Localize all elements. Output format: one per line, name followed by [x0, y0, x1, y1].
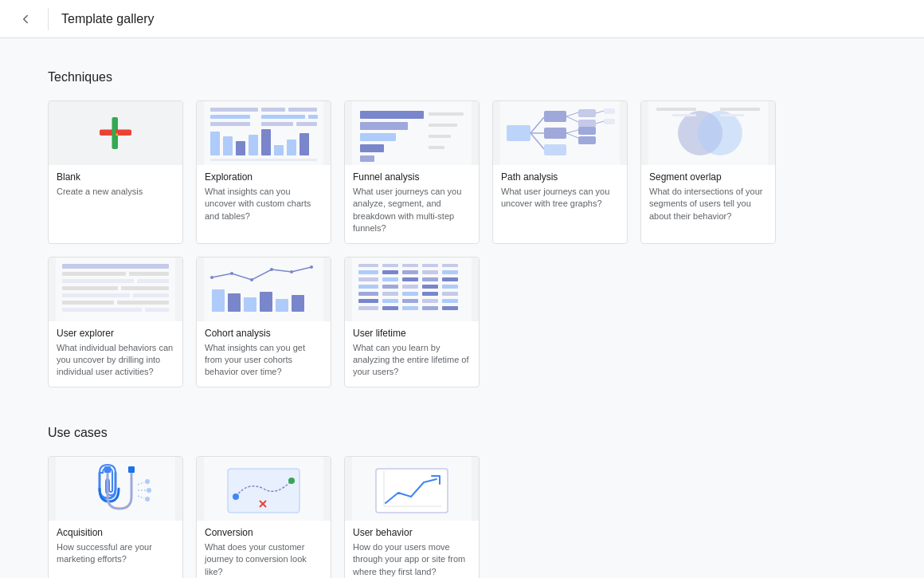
funnel-svg	[352, 101, 472, 165]
svg-point-75	[210, 276, 213, 279]
card-info-funnel: Funnel analysis What user journeys can y…	[345, 165, 479, 243]
card-desc-cohort: What insights can you get from your user…	[205, 342, 323, 379]
blank-plus-icon	[100, 117, 131, 149]
card-cohort[interactable]: Cohort analysis What insights can you ge…	[196, 257, 331, 387]
svg-point-129	[145, 479, 150, 484]
svg-rect-57	[720, 108, 760, 111]
svg-rect-69	[133, 293, 169, 297]
svg-rect-31	[429, 135, 451, 138]
card-info-user-explorer: User explorer What individual behaviors …	[49, 321, 182, 387]
svg-rect-27	[360, 144, 384, 152]
svg-rect-40	[544, 144, 566, 155]
svg-rect-114	[382, 299, 398, 303]
svg-rect-58	[672, 114, 696, 116]
card-user-explorer[interactable]: User explorer What individual behaviors …	[48, 257, 183, 387]
svg-rect-73	[145, 308, 169, 312]
svg-point-131	[145, 497, 150, 501]
card-info-conversion: Conversion What does your customer journ…	[197, 521, 331, 578]
card-desc-conversion: What does your customer journey to conve…	[205, 541, 323, 578]
svg-rect-32	[429, 146, 444, 149]
svg-rect-47	[578, 127, 596, 135]
use-cases-grid: Acquisition How successful are your mark…	[48, 456, 876, 578]
card-thumb-segment	[641, 101, 775, 165]
card-exploration[interactable]: Exploration What insights can you uncove…	[196, 100, 331, 244]
svg-rect-113	[358, 299, 378, 303]
svg-rect-13	[296, 122, 317, 126]
svg-point-79	[290, 270, 293, 273]
card-path[interactable]: Path analysis What user journeys can you…	[492, 100, 628, 244]
svg-rect-65	[137, 279, 169, 283]
svg-point-77	[250, 278, 253, 281]
card-acquisition[interactable]: Acquisition How successful are your mark…	[48, 456, 183, 578]
svg-rect-86	[292, 295, 304, 312]
conversion-svg	[204, 457, 323, 521]
svg-rect-64	[62, 279, 134, 283]
svg-rect-101	[422, 277, 438, 281]
svg-rect-68	[62, 293, 130, 297]
svg-rect-108	[358, 292, 378, 296]
card-name-cohort: Cohort analysis	[205, 328, 323, 339]
card-name-path: Path analysis	[501, 171, 619, 183]
card-thumb-blank	[49, 101, 182, 165]
main-content: Techniques	[0, 38, 924, 578]
user-lifetime-svg	[352, 258, 472, 321]
techniques-grid: Blank Create a new analysis	[48, 100, 876, 387]
card-name-funnel: Funnel analysis	[353, 171, 471, 183]
svg-rect-107	[442, 285, 458, 289]
card-blank[interactable]: Blank Create a new analysis	[48, 100, 183, 244]
svg-rect-109	[382, 292, 398, 296]
svg-rect-6	[261, 108, 285, 112]
card-thumb-path	[493, 101, 627, 165]
svg-rect-15	[223, 136, 233, 155]
svg-rect-93	[358, 270, 378, 274]
svg-rect-83	[244, 297, 256, 312]
svg-rect-105	[402, 285, 418, 289]
svg-rect-82	[228, 293, 241, 312]
card-desc-user-behavior: How do your users move through your app …	[353, 541, 471, 578]
svg-rect-90	[402, 264, 418, 267]
svg-point-134	[233, 493, 239, 500]
svg-rect-12	[261, 122, 293, 126]
card-segment[interactable]: Segment overlap What do intersections of…	[640, 100, 776, 244]
svg-rect-71	[117, 301, 169, 305]
card-desc-blank: Create a new analysis	[57, 186, 174, 198]
svg-rect-61	[62, 264, 169, 269]
svg-point-135	[288, 478, 295, 484]
card-info-path: Path analysis What user journeys can you…	[493, 165, 627, 218]
use-cases-title: Use cases	[48, 426, 876, 440]
techniques-section: Techniques	[48, 70, 876, 387]
svg-rect-119	[382, 306, 398, 310]
card-thumb-user-lifetime	[345, 258, 479, 321]
card-info-segment: Segment overlap What do intersections of…	[641, 165, 775, 230]
svg-rect-45	[578, 109, 596, 117]
svg-rect-30	[429, 124, 457, 127]
svg-rect-106	[422, 285, 438, 289]
techniques-title: Techniques	[48, 70, 876, 85]
svg-rect-67	[121, 286, 169, 290]
back-button[interactable]	[13, 6, 38, 32]
cohort-svg	[204, 258, 323, 321]
svg-rect-22	[210, 159, 317, 161]
card-funnel[interactable]: Funnel analysis What user journeys can y…	[344, 100, 480, 244]
card-user-behavior[interactable]: User behavior How do your users move thr…	[344, 456, 480, 578]
card-name-user-explorer: User explorer	[57, 328, 174, 339]
card-name-user-behavior: User behavior	[353, 527, 471, 538]
svg-rect-124	[104, 466, 111, 473]
svg-rect-56	[656, 108, 696, 111]
card-thumb-funnel	[345, 101, 479, 165]
svg-rect-51	[604, 108, 615, 114]
svg-rect-72	[62, 308, 142, 312]
card-conversion[interactable]: Conversion What does your customer journ…	[196, 456, 331, 578]
card-user-lifetime[interactable]: User lifetime What can you learn by anal…	[344, 257, 480, 387]
svg-rect-39	[544, 128, 566, 139]
svg-rect-59	[720, 114, 744, 116]
user-explorer-svg	[56, 258, 175, 321]
svg-rect-120	[402, 306, 418, 310]
svg-point-80	[310, 265, 313, 269]
svg-rect-52	[604, 119, 615, 124]
svg-rect-98	[358, 277, 378, 281]
svg-rect-14	[210, 132, 220, 155]
segment-svg	[648, 101, 768, 165]
svg-rect-110	[402, 292, 418, 296]
card-desc-path: What user journeys can you uncover with …	[501, 186, 619, 210]
